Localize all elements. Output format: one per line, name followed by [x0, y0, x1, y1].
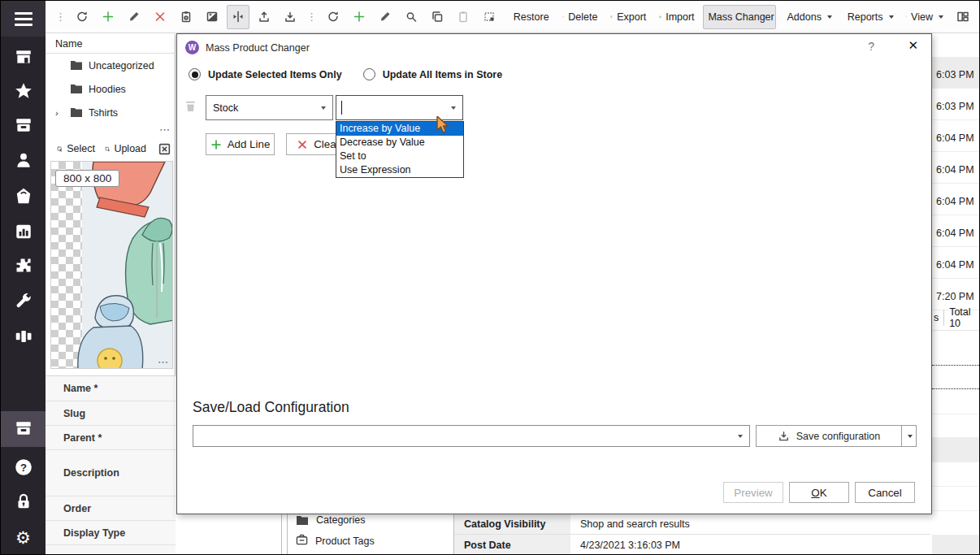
layout-panels-button[interactable]: [952, 5, 974, 29]
property-row-parent[interactable]: Parent *: [46, 426, 176, 450]
paste-special-button[interactable]: [478, 5, 501, 29]
empty-row[interactable]: [932, 414, 980, 438]
dropdown-option[interactable]: Increase by Value: [336, 122, 463, 136]
empty-row[interactable]: [932, 535, 980, 555]
ok-button[interactable]: OK: [789, 482, 849, 503]
field-combobox[interactable]: Stock: [206, 95, 333, 120]
table-row[interactable]: 6:04 PM: [932, 152, 980, 184]
table-row[interactable]: 6:04 PM: [932, 184, 980, 215]
edit-2-button[interactable]: [374, 5, 397, 29]
empty-row[interactable]: [932, 438, 980, 462]
table-row[interactable]: Post Date 4/23/2021 3:16:03 PM: [454, 535, 930, 555]
search-button[interactable]: [400, 5, 423, 29]
image-adjust-button[interactable]: [201, 5, 223, 29]
addons-button[interactable]: Addons: [779, 5, 836, 29]
dropdown-option[interactable]: Set to: [336, 150, 463, 163]
tree-item-uncategorized[interactable]: Uncategorized: [46, 54, 176, 77]
table-row[interactable]: 6:03 PM: [932, 57, 980, 89]
sidebar-item-favorites[interactable]: [1, 74, 46, 110]
radio-selected-icon: [189, 68, 201, 80]
dropdown-option[interactable]: Decrease by Value: [336, 136, 463, 150]
paste-button[interactable]: [452, 5, 475, 29]
edit-button[interactable]: [123, 5, 145, 29]
sidebar-item-multichannel[interactable]: [1, 319, 46, 355]
sidebar-item-mass-operations[interactable]: [1, 411, 46, 447]
cancel-button[interactable]: Cancel: [855, 482, 915, 503]
reports-button[interactable]: Reports: [839, 5, 897, 29]
upload-image-button[interactable]: Upload: [102, 137, 150, 161]
delete-labeled-button[interactable]: Delete: [557, 5, 603, 29]
copy-button[interactable]: [426, 5, 449, 29]
list-item-product-tags[interactable]: Product Tags: [288, 531, 453, 552]
radio-update-all[interactable]: Update All Items in Store: [363, 68, 502, 80]
folder-icon: [70, 84, 83, 94]
sidebar-item-tools[interactable]: [1, 284, 46, 320]
properties-panel: Name * Slug Parent * Description Order D…: [46, 375, 176, 554]
table-row[interactable]: Catalog Visibility Shop and search resul…: [454, 514, 930, 535]
add-2-button[interactable]: [348, 5, 371, 29]
clipboard-view-button[interactable]: [175, 5, 197, 29]
help-icon[interactable]: ?: [868, 40, 874, 53]
image-preview[interactable]: 800 x 800 ⋯: [50, 161, 173, 369]
sidebar-item-help[interactable]: ?: [1, 450, 46, 486]
view-label: View: [911, 11, 933, 23]
sidebar-item-orders[interactable]: [1, 108, 46, 144]
radio-update-selected[interactable]: Update Selected Items Only: [189, 68, 342, 80]
property-row-slug[interactable]: Slug: [46, 401, 176, 426]
mass-changer-button[interactable]: Mass Changer: [703, 5, 776, 29]
view-button[interactable]: View: [900, 5, 948, 29]
chevron-down-icon: [738, 435, 743, 438]
table-row[interactable]: 6:04 PM: [932, 215, 980, 247]
radio-unselected-icon: [363, 68, 375, 80]
close-icon[interactable]: ✕: [908, 38, 918, 53]
panel-resize-handle[interactable]: ⋯: [159, 127, 171, 133]
add-line-button[interactable]: Add Line: [206, 133, 275, 155]
preview-button[interactable]: Preview: [723, 482, 783, 503]
sidebar-item-store[interactable]: [1, 40, 46, 76]
sidebar-item-customers[interactable]: [1, 143, 46, 179]
tree-item-hoodies[interactable]: Hoodies: [46, 77, 176, 101]
hamburger-menu-icon[interactable]: [1, 1, 46, 37]
value-combobox[interactable]: [336, 95, 463, 120]
chevron-right-icon[interactable]: ›: [55, 108, 59, 118]
property-row-display-type[interactable]: Display Type: [46, 521, 176, 545]
tree-column-header[interactable]: Name: [46, 34, 176, 54]
import-button[interactable]: Import: [654, 5, 699, 29]
refresh-button[interactable]: [71, 5, 93, 29]
remove-image-button[interactable]: [153, 137, 176, 161]
dropdown-option[interactable]: Use Expression: [336, 163, 463, 177]
focused-empty-row[interactable]: [932, 365, 980, 389]
restore-button[interactable]: Restore: [504, 5, 554, 29]
sidebar-item-addons[interactable]: [1, 249, 46, 284]
table-row[interactable]: 6:04 PM: [932, 120, 980, 152]
add-button[interactable]: [97, 5, 119, 29]
time-cell: 6:03 PM: [936, 69, 974, 80]
table-row[interactable]: 6:03 PM: [932, 89, 980, 120]
configuration-combobox[interactable]: [193, 425, 750, 447]
empty-row[interactable]: [932, 511, 980, 535]
sidebar-item-products[interactable]: [1, 179, 46, 215]
split-view-button[interactable]: [227, 5, 249, 29]
property-row-order[interactable]: Order: [46, 496, 176, 521]
empty-row[interactable]: [932, 390, 980, 414]
empty-row[interactable]: [932, 487, 980, 511]
sidebar-item-reports[interactable]: [1, 215, 46, 250]
property-row-name[interactable]: Name *: [46, 376, 176, 401]
refresh-2-button[interactable]: [322, 5, 345, 29]
download-button[interactable]: [279, 5, 301, 29]
sidebar-item-security[interactable]: [1, 484, 46, 520]
select-image-button[interactable]: Select: [54, 137, 98, 161]
table-row[interactable]: 6:04 PM: [932, 247, 980, 279]
delete-button[interactable]: [149, 5, 171, 29]
export-button[interactable]: Export: [605, 5, 651, 29]
mass-product-changer-dialog: W Mass Product Changer ? ✕ Update Select…: [176, 33, 932, 514]
save-configuration-button[interactable]: Save configuration: [756, 425, 902, 447]
tree-item-tshirts[interactable]: › Tshirts: [46, 101, 176, 124]
ok-accel: O: [811, 487, 819, 499]
empty-row[interactable]: [932, 462, 980, 487]
save-configuration-menu-button[interactable]: [902, 425, 917, 447]
sidebar-item-settings[interactable]: ⚙: [1, 519, 46, 555]
panel-resize-handle[interactable]: ⋯: [158, 359, 169, 366]
upload-button[interactable]: [253, 5, 275, 29]
property-row-description[interactable]: Description: [46, 450, 176, 496]
